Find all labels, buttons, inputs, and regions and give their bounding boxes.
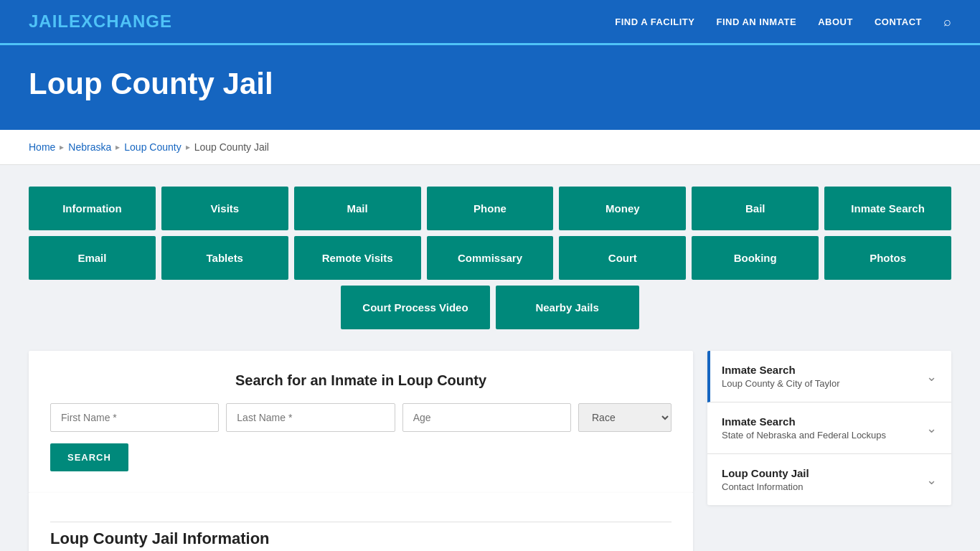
last-name-input[interactable] [226,403,395,432]
sidebar-item-3-sub: Contact Information [722,481,809,492]
inmate-search-panel: Search for an Inmate in Loup County Race… [29,351,693,493]
breadcrumb-sep-2: ▸ [116,142,120,152]
tile-nearby-jails[interactable]: Nearby Jails [496,286,639,329]
sidebar-item-3-title: Loup County Jail [722,467,809,479]
sidebar-item-1-sub: Loup County & City of Taylor [722,378,840,389]
tile-tablets[interactable]: Tablets [161,236,288,280]
tile-visits[interactable]: Visits [161,187,288,230]
search-fields: Race White Black Hispanic Asian Other [50,403,672,432]
sidebar-item-2-title: Inmate Search [722,415,886,428]
search-button[interactable]: SEARCH [50,443,128,471]
bottom-section: Search for an Inmate in Loup County Race… [29,351,951,551]
tile-inmate-search[interactable]: Inmate Search [824,187,951,230]
tile-remote-visits[interactable]: Remote Visits [294,236,421,280]
hero-section: Loup County Jail [0,45,980,130]
logo-part1: JAIL [29,11,69,31]
tile-money[interactable]: Money [559,187,686,230]
page-title: Loup County Jail [29,67,951,101]
info-section-title: Loup County Jail Information [50,522,672,548]
sidebar-item-1-title: Inmate Search [722,364,840,376]
breadcrumb-current: Loup County Jail [194,141,269,153]
tile-information[interactable]: Information [29,187,156,230]
main-nav: FIND A FACILITY FIND AN INMATE ABOUT CON… [615,14,951,29]
chevron-down-icon-2: ⌄ [926,420,937,436]
main-content: Information Visits Mail Phone Money Bail… [0,165,980,551]
nav-about[interactable]: ABOUT [818,17,853,27]
tile-court-process-video[interactable]: Court Process Video [341,286,489,329]
tile-phone[interactable]: Phone [427,187,554,230]
breadcrumb-section: Home ▸ Nebraska ▸ Loup County ▸ Loup Cou… [0,130,980,165]
chevron-down-icon-1: ⌄ [926,369,937,385]
left-column: Search for an Inmate in Loup County Race… [29,351,693,551]
tile-row-1: Information Visits Mail Phone Money Bail… [29,187,951,230]
site-logo[interactable]: JAILEXCHANGE [29,11,172,32]
search-icon[interactable]: ⌕ [943,14,951,29]
nav-find-inmate[interactable]: FIND AN INMATE [716,17,796,27]
tile-photos[interactable]: Photos [824,236,951,280]
breadcrumb-nebraska[interactable]: Nebraska [68,141,111,153]
first-name-input[interactable] [50,403,219,432]
race-select[interactable]: Race White Black Hispanic Asian Other [578,403,672,432]
sidebar-item-2-sub: State of Nebraska and Federal Lockups [722,430,886,441]
tile-booking[interactable]: Booking [692,236,819,280]
breadcrumb-sep-1: ▸ [60,142,64,152]
breadcrumb: Home ▸ Nebraska ▸ Loup County ▸ Loup Cou… [29,141,951,153]
nav-contact[interactable]: CONTACT [875,17,922,27]
breadcrumb-sep-3: ▸ [186,142,190,152]
sidebar-item-2[interactable]: Inmate Search State of Nebraska and Fede… [707,402,951,454]
chevron-down-icon-3: ⌄ [926,472,937,488]
tile-email[interactable]: Email [29,236,156,280]
tile-mail[interactable]: Mail [294,187,421,230]
sidebar-item-3[interactable]: Loup County Jail Contact Information ⌄ [707,454,951,505]
nav-find-facility[interactable]: FIND A FACILITY [615,17,694,27]
sidebar-item-1[interactable]: Inmate Search Loup County & City of Tayl… [707,351,951,402]
info-section: Loup County Jail Information [29,493,693,551]
tile-bail[interactable]: Bail [692,187,819,230]
site-header: JAILEXCHANGE FIND A FACILITY FIND AN INM… [0,0,980,43]
right-sidebar: Inmate Search Loup County & City of Tayl… [707,351,951,505]
age-input[interactable] [402,403,571,432]
breadcrumb-loup-county[interactable]: Loup County [124,141,181,153]
logo-part2-highlight: EXCHANGE [69,11,172,31]
tile-court[interactable]: Court [559,236,686,280]
tile-row-2: Email Tablets Remote Visits Commissary C… [29,236,951,280]
tile-commissary[interactable]: Commissary [427,236,554,280]
search-title: Search for an Inmate in Loup County [50,372,672,389]
breadcrumb-home[interactable]: Home [29,141,55,153]
tile-row-3: Court Process Video Nearby Jails [29,286,951,329]
sidebar-card: Inmate Search Loup County & City of Tayl… [707,351,951,505]
